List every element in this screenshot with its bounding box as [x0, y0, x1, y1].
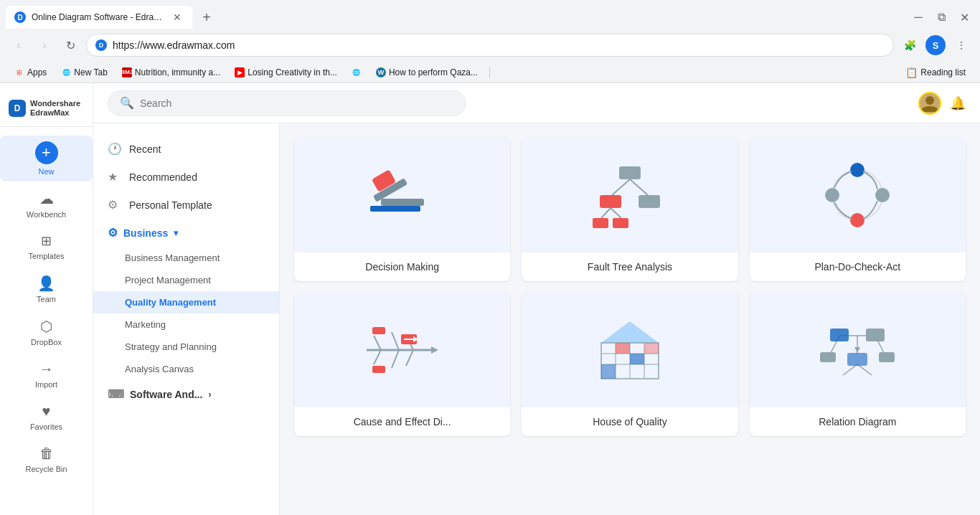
tab-close-icon[interactable]: ✕: [171, 11, 184, 24]
template-name-house-quality: House of Quality: [522, 407, 738, 436]
template-preview-house-quality: [522, 293, 738, 407]
template-name-fault-tree: Fault Tree Analysis: [522, 252, 738, 281]
business-section-label: Business: [123, 227, 168, 239]
content-area: 🕐 Recent ★ Recommended ⚙ Personal Templa…: [93, 123, 980, 515]
bookmark-apps[interactable]: ⊞ Apps: [9, 66, 52, 79]
apps-favicon: ⊞: [14, 67, 24, 77]
tab-bar: D Online Diagram Software - EdrawM... ✕ …: [0, 0, 980, 29]
sidebar-item-new[interactable]: + New: [0, 136, 93, 181]
profile-icon[interactable]: S: [925, 35, 946, 55]
dropbox-label: DropBox: [31, 338, 62, 346]
templates-grid: Decision Making: [294, 138, 966, 436]
new-tab-button[interactable]: +: [195, 6, 218, 29]
template-card-relation-diagram[interactable]: Relation Diagram: [750, 293, 966, 436]
svg-rect-30: [372, 327, 385, 334]
recycle-bin-icon: 🗑: [39, 445, 54, 462]
submenu-marketing[interactable]: Marketing: [93, 313, 279, 336]
active-tab[interactable]: D Online Diagram Software - EdrawM... ✕: [6, 6, 192, 29]
bell-icon[interactable]: 🔔: [950, 95, 966, 111]
template-preview-pdca: [750, 138, 966, 252]
submenu-quality-management[interactable]: Quality Management: [93, 291, 279, 313]
url-text: https://www.edrawmax.com: [113, 39, 885, 51]
template-card-decision-making[interactable]: Decision Making: [294, 138, 510, 281]
personal-template-label: Personal Template: [129, 199, 212, 211]
recommended-label: Recommended: [129, 171, 197, 183]
svg-rect-51: [847, 353, 867, 366]
sidebar-item-import[interactable]: → Import: [0, 355, 93, 394]
software-section-icon: ⌨: [108, 387, 124, 401]
reload-button[interactable]: ↻: [60, 35, 80, 55]
template-preview-relation-diagram: [750, 293, 966, 407]
section-business[interactable]: ⚙ Business ▾: [93, 219, 279, 247]
fault-tree-svg: [587, 159, 673, 231]
svg-marker-20: [431, 346, 438, 354]
close-button[interactable]: ✕: [954, 7, 974, 27]
wordpress-label: How to perform Qaza...: [389, 67, 478, 77]
minimize-button[interactable]: ─: [908, 7, 928, 27]
template-card-pdca[interactable]: Plan-Do-Check-Act: [750, 138, 966, 281]
user-avatar[interactable]: [918, 92, 941, 115]
project-management-label: Project Management: [125, 275, 211, 285]
analysis-canvas-label: Analysis Canvas: [125, 364, 194, 374]
template-card-house-quality[interactable]: House of Quality: [522, 293, 738, 436]
menu-item-personal-template[interactable]: ⚙ Personal Template: [93, 191, 279, 219]
team-label: Team: [37, 295, 56, 303]
left-menu: 🕐 Recent ★ Recommended ⚙ Personal Templa…: [93, 123, 280, 515]
bookmark-bmj[interactable]: BMJ Nutrition, immunity a...: [116, 66, 226, 79]
back-button[interactable]: ‹: [9, 35, 29, 55]
new-icon: +: [35, 141, 58, 164]
dropbox-icon: ⬡: [40, 318, 52, 335]
section-software[interactable]: ⌨ Software And... ›: [93, 380, 279, 408]
templates-area: Decision Making: [280, 123, 980, 515]
sidebar-item-favorites[interactable]: ♥ Favorites: [0, 397, 93, 437]
reading-list[interactable]: 📋 Reading list: [900, 65, 971, 80]
decision-making-svg: [359, 159, 446, 231]
bookmark-wordpress[interactable]: W How to perform Qaza...: [370, 66, 484, 79]
bookmark-new-tab[interactable]: 🌐 New Tab: [55, 66, 113, 79]
site-favicon: D: [95, 39, 107, 51]
workbench-icon: ☁: [39, 190, 54, 207]
menu-icon[interactable]: ⋮: [951, 35, 971, 55]
top-right-area: 🔔: [918, 92, 966, 115]
extensions-icon[interactable]: 🧩: [900, 35, 920, 55]
template-preview-fault-tree: [522, 138, 738, 252]
svg-rect-12: [593, 218, 608, 228]
svg-rect-5: [619, 166, 641, 179]
menu-item-recent[interactable]: 🕐 Recent: [93, 135, 279, 163]
bmj-label: Nutrition, immunity a...: [135, 67, 220, 77]
svg-rect-50: [866, 329, 885, 341]
svg-rect-4: [370, 206, 420, 212]
svg-point-14: [832, 170, 882, 220]
business-management-label: Business Management: [125, 252, 220, 263]
template-card-fault-tree[interactable]: Fault Tree Analysis: [522, 138, 738, 281]
strategy-planning-label: Strategy and Planning: [125, 341, 217, 352]
team-icon: 👤: [37, 275, 55, 292]
main-content: 🔍 🔔 🕐 Recent: [93, 83, 980, 515]
sidebar-item-workbench[interactable]: ☁ Workbench: [0, 184, 93, 225]
cause-effect-svg: [359, 314, 446, 386]
sidebar-item-team[interactable]: 👤 Team: [0, 269, 93, 309]
search-input[interactable]: [140, 98, 454, 109]
bookmark-youtube[interactable]: ▶ Losing Creativity in th...: [229, 66, 343, 79]
submenu-strategy-planning[interactable]: Strategy and Planning: [93, 336, 279, 358]
svg-point-0: [925, 96, 934, 105]
sidebar-item-templates[interactable]: ⊞ Templates: [0, 227, 93, 266]
bookmark-globe[interactable]: 🌐: [346, 66, 367, 79]
menu-item-recommended[interactable]: ★ Recommended: [93, 163, 279, 191]
svg-point-17: [850, 213, 864, 227]
wordpress-favicon: W: [376, 67, 386, 77]
submenu-analysis-canvas[interactable]: Analysis Canvas: [93, 358, 279, 380]
app-logo-text: WondershareEdrawMax: [30, 99, 80, 118]
template-preview-decision-making: [294, 138, 510, 252]
submenu-project-management[interactable]: Project Management: [93, 269, 279, 291]
relation-diagram-svg: [814, 314, 900, 386]
restore-button[interactable]: ⧉: [931, 7, 951, 27]
address-bar[interactable]: D https://www.edrawmax.com: [86, 34, 894, 57]
sidebar-item-dropbox[interactable]: ⬡ DropBox: [0, 312, 93, 352]
svg-line-47: [843, 364, 857, 375]
sidebar-item-recycle-bin[interactable]: 🗑 Recycle Bin: [0, 440, 93, 479]
template-card-cause-effect[interactable]: Cause and Effect Di...: [294, 293, 510, 436]
forward-button[interactable]: ›: [34, 35, 55, 55]
submenu-business-management[interactable]: Business Management: [93, 247, 279, 269]
search-container[interactable]: 🔍: [108, 90, 466, 116]
